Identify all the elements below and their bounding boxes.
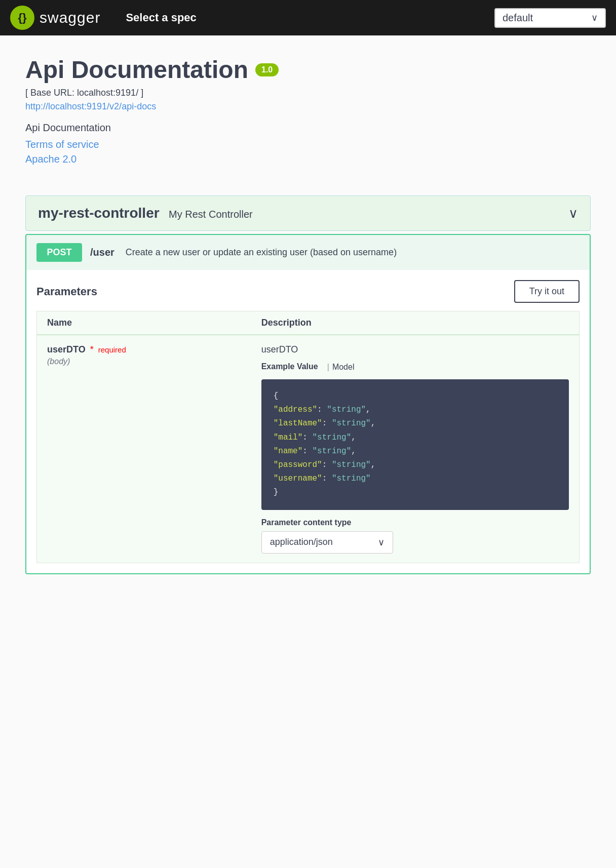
code-mail: "mail": "string", <box>274 431 557 445</box>
api-description: Api Documentation <box>25 122 591 134</box>
chevron-down-icon: ∨ <box>591 12 598 23</box>
param-content-type-label: Parameter content type <box>261 518 569 527</box>
post-method-badge: POST <box>36 243 82 262</box>
model-tab[interactable]: Model <box>332 361 355 374</box>
try-it-out-button[interactable]: Try it out <box>514 280 580 303</box>
api-docs-link[interactable]: http://localhost:9191/v2/api-docs <box>25 101 591 112</box>
controller-name: my-rest-controller <box>38 205 160 221</box>
code-open-brace: { <box>274 389 557 403</box>
controller-chevron-icon: ∨ <box>568 206 578 221</box>
description-column-header: Description <box>251 311 580 335</box>
controller-section: my-rest-controller My Rest Controller ∨ … <box>25 195 591 574</box>
tab-divider: | <box>324 363 332 372</box>
example-model-tabs: Example Value | Model <box>261 360 569 374</box>
api-title: Api Documentation <box>25 56 248 84</box>
required-star: * <box>90 344 94 354</box>
controller-title-group: my-rest-controller My Rest Controller <box>38 205 253 221</box>
param-name: userDTO <box>47 344 86 354</box>
param-desc-text: userDTO <box>261 344 569 355</box>
api-title-row: Api Documentation 1.0 <box>25 56 591 84</box>
table-header-row: Name Description <box>37 311 580 335</box>
spec-dropdown[interactable]: default ∨ <box>494 8 606 28</box>
code-address: "address": "string", <box>274 403 557 417</box>
code-name: "name": "string", <box>274 445 557 458</box>
app-header: {} swagger Select a spec default ∨ <box>0 0 616 35</box>
swagger-logo-icon: {} <box>10 6 34 30</box>
parameters-top-row: Parameters Try it out <box>36 270 580 311</box>
swagger-logo: {} swagger <box>10 6 100 30</box>
code-close-brace: } <box>274 486 557 499</box>
version-badge: 1.0 <box>255 63 279 76</box>
content-type-select[interactable]: application/json ∨ <box>261 531 393 554</box>
parameters-label: Parameters <box>36 285 97 298</box>
spec-dropdown-value: default <box>503 12 533 24</box>
controller-subtitle: My Rest Controller <box>169 209 253 220</box>
code-password: "password": "string", <box>274 458 557 472</box>
endpoint-block: POST /user Create a new user or update a… <box>25 234 591 574</box>
terms-of-service-link[interactable]: Terms of service <box>25 139 591 150</box>
name-column-header: Name <box>37 311 251 335</box>
endpoint-header[interactable]: POST /user Create a new user or update a… <box>26 235 590 270</box>
content-type-chevron-icon: ∨ <box>378 537 384 548</box>
apache-license-link[interactable]: Apache 2.0 <box>25 153 591 165</box>
content-type-value: application/json <box>270 537 333 547</box>
controller-header[interactable]: my-rest-controller My Rest Controller ∨ <box>25 195 591 231</box>
base-url: [ Base URL: localhost:9191/ ] <box>25 88 591 98</box>
main-content: Api Documentation 1.0 [ Base URL: localh… <box>0 35 616 595</box>
param-name-row: userDTO * required <box>47 344 241 355</box>
api-info-section: Api Documentation 1.0 [ Base URL: localh… <box>25 56 591 165</box>
table-row: userDTO * required (body) userDTO Exampl… <box>37 335 580 563</box>
parameters-table: Name Description userDTO * required <box>36 311 580 563</box>
code-lastName: "lastName": "string", <box>274 417 557 430</box>
param-description-cell: userDTO Example Value | Model { "address… <box>251 335 580 563</box>
code-username: "username": "string" <box>274 472 557 486</box>
endpoint-description: Create a new user or update an existing … <box>126 247 397 258</box>
code-block: { "address": "string", "lastName": "stri… <box>261 379 569 510</box>
required-label: required <box>98 345 126 354</box>
swagger-logo-text: swagger <box>40 9 100 26</box>
param-name-cell: userDTO * required (body) <box>37 335 251 563</box>
example-value-tab[interactable]: Example Value <box>261 360 324 374</box>
param-location: (body) <box>47 357 241 366</box>
select-spec-label: Select a spec <box>126 11 196 24</box>
endpoint-path: /user <box>90 247 114 258</box>
parameters-section: Parameters Try it out Name Description <box>26 270 590 573</box>
